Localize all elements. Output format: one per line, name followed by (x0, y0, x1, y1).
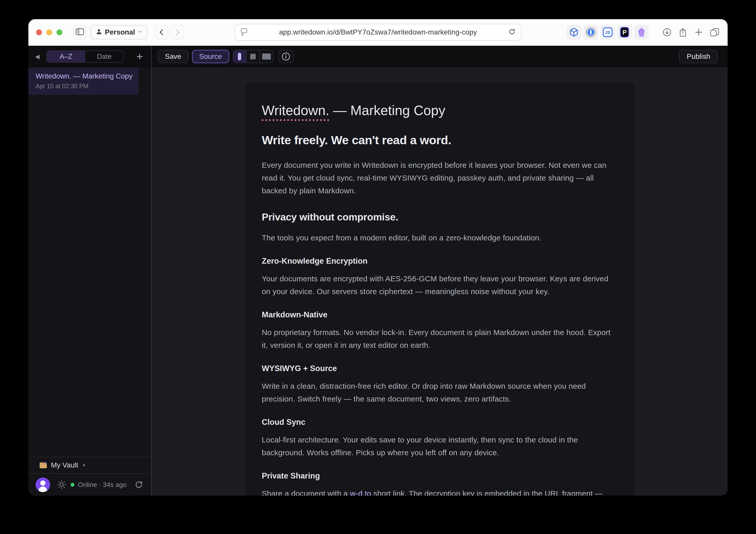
spellcheck-flagged-word[interactable]: Writedown. (262, 103, 329, 118)
share-icon (679, 27, 687, 37)
svg-text:JS: JS (605, 30, 610, 35)
downloads-icon (662, 28, 672, 37)
titlebar-right-tools: JS P (566, 25, 721, 40)
account-bar: Online · 34s ago (28, 473, 151, 495)
online-dot (70, 483, 74, 487)
view-mode-narrow-button[interactable] (233, 50, 247, 63)
feature-body-text: Share a document with a (262, 489, 350, 495)
save-button[interactable]: Save (158, 50, 188, 63)
feature-body[interactable]: Share a document with a w-d.to short lin… (262, 487, 614, 495)
feature-heading[interactable]: Zero-Knowledge Encryption (262, 256, 614, 266)
obsidian-extension-button[interactable] (634, 25, 649, 40)
collapse-sidebar-button[interactable]: ◀ (35, 54, 40, 60)
source-button[interactable]: Source (192, 50, 229, 63)
reload-icon[interactable] (508, 28, 516, 37)
sidebar-header: ◀ A–Z Date + (28, 46, 152, 67)
p-extension-button[interactable]: P (617, 25, 632, 40)
sync-now-button[interactable] (134, 480, 144, 489)
sun-icon (57, 480, 67, 490)
sync-status: Online · 34s ago (70, 481, 126, 489)
new-tab-icon (694, 28, 703, 37)
obsidian-crystal-icon (636, 27, 646, 37)
cube-icon (569, 27, 579, 37)
add-note-button[interactable]: + (136, 51, 143, 62)
vault-caret-icon: ▾ (83, 463, 85, 468)
vault-selector[interactable]: My Vault ▾ (28, 457, 151, 473)
cube-extension-button[interactable] (566, 25, 581, 40)
address-bar[interactable]: app.writedown.io/d/BwtPY7oZswa7/writedow… (234, 24, 522, 41)
chevron-left-icon (158, 29, 165, 36)
document-title-rest[interactable]: — Marketing Copy (329, 103, 446, 118)
profile-switcher-button[interactable]: Personal (91, 25, 147, 40)
note-title: Writedown. — Marketing Copy (36, 72, 134, 80)
forward-button[interactable] (171, 25, 184, 40)
share-button[interactable] (676, 25, 690, 40)
app-toolbar: ◀ A–Z Date + Save Source Publish (28, 46, 728, 67)
document-title[interactable]: Writedown. — Marketing Copy (262, 103, 614, 118)
feature-body[interactable]: Write in a clean, distraction-free rich … (262, 380, 614, 405)
zoom-window-button[interactable] (57, 29, 63, 35)
tab-sort-az[interactable]: A–Z (47, 51, 85, 62)
sort-tabs: A–Z Date (46, 50, 124, 63)
feature-body[interactable]: No proprietary formats. No vendor lock-i… (262, 326, 614, 352)
wide-width-icon (262, 53, 271, 60)
view-mode-medium-button[interactable] (247, 50, 260, 63)
theme-toggle-button[interactable] (57, 480, 67, 490)
note-date: Apr 10 at 02:30 PM (36, 83, 134, 90)
feature-body[interactable]: Local-first architecture. Your edits sav… (262, 434, 614, 459)
notes-sidebar: Writedown. — Marketing Copy Apr 10 at 02… (28, 67, 152, 495)
view-mode-wide-button[interactable] (260, 50, 273, 63)
url-text[interactable]: app.writedown.io/d/BwtPY7oZswa7/writedow… (248, 28, 508, 36)
tab-overview-icon (710, 28, 719, 37)
person-icon (95, 28, 102, 36)
password-manager-icon (585, 27, 596, 38)
profile-label: Personal (105, 28, 135, 36)
vault-label: My Vault (51, 461, 78, 469)
minimize-window-button[interactable] (46, 29, 52, 35)
browser-titlebar: Personal app.writedown.io/d/BwtPY7oZswa7… (28, 19, 728, 46)
page-settings-icon[interactable] (240, 28, 248, 37)
chevron-right-icon (174, 29, 181, 36)
narrow-width-icon (238, 53, 241, 60)
doc-headline[interactable]: Write freely. We can't read a word. (262, 133, 614, 147)
editor-background: Writedown. — Marketing Copy Write freely… (152, 67, 728, 495)
tab-overview-button[interactable] (708, 25, 721, 40)
page-width-segmented-control (233, 50, 274, 63)
doc-intro-paragraph[interactable]: Every document you write in Writedown is… (262, 159, 614, 197)
feature-heading[interactable]: WYSIWYG + Source (262, 364, 614, 373)
downloads-button[interactable] (660, 25, 674, 40)
sidebar-toggle-icon (75, 28, 84, 36)
feature-body[interactable]: Your documents are encrypted with AES-25… (262, 272, 614, 298)
avatar[interactable] (36, 477, 50, 492)
publish-button[interactable]: Publish (679, 50, 718, 63)
info-icon (281, 52, 290, 61)
p-badge-icon: P (619, 27, 630, 38)
tab-sort-date[interactable]: Date (85, 51, 123, 62)
refresh-icon (134, 480, 144, 489)
new-tab-button[interactable] (692, 25, 706, 40)
feature-heading[interactable]: Markdown-Native (262, 310, 614, 319)
doc-section-heading[interactable]: Privacy without compromise. (262, 211, 614, 223)
sidebar-spacer (28, 94, 151, 457)
feature-heading[interactable]: Cloud Sync (262, 418, 614, 427)
js-extension-button[interactable]: JS (600, 25, 615, 40)
back-button[interactable] (155, 25, 168, 40)
feature-heading[interactable]: Private Sharing (262, 471, 614, 481)
doc-section-intro[interactable]: The tools you expect from a modern edito… (262, 231, 614, 244)
sidebar-toggle-button[interactable] (73, 25, 87, 40)
document-page[interactable]: Writedown. — Marketing Copy Write freely… (245, 83, 634, 495)
traffic-lights (36, 29, 63, 35)
vault-folder-icon (39, 461, 47, 469)
note-list-item[interactable]: Writedown. — Marketing Copy Apr 10 at 02… (28, 68, 138, 94)
chevron-down-icon (138, 29, 142, 35)
desktop: { "browser": { "profile": "Personal", "u… (0, 0, 756, 534)
editor-toolbar: Save Source Publish (152, 46, 728, 67)
password-manager-extension-button[interactable] (583, 25, 598, 40)
document-info-button[interactable] (278, 50, 294, 63)
browser-window: Personal app.writedown.io/d/BwtPY7oZswa7… (28, 19, 728, 495)
close-window-button[interactable] (36, 29, 42, 35)
short-link[interactable]: w-d.to (350, 489, 371, 495)
svg-text:P: P (623, 29, 627, 36)
js-badge-icon: JS (602, 27, 613, 38)
medium-width-icon (250, 54, 256, 59)
